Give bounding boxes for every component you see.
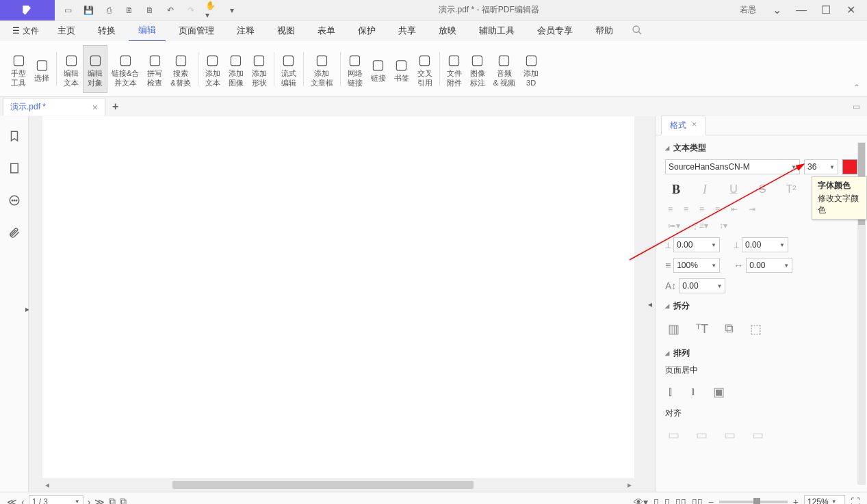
horizontal-scrollbar[interactable]: ◂ ▸ xyxy=(42,479,634,490)
section-text-type[interactable]: ◢ 文本类型 xyxy=(665,142,857,154)
prev-page-button[interactable]: ‹ xyxy=(21,496,25,505)
split-2-icon[interactable]: ᵀT xyxy=(696,321,708,336)
format-tab[interactable]: 格式 × xyxy=(661,116,706,135)
menu-item[interactable]: 帮助 xyxy=(586,21,623,41)
view-mode-icon[interactable]: ⧉ xyxy=(109,496,116,504)
print-icon[interactable]: ⎙ xyxy=(103,4,115,16)
align-right-icon[interactable]: ≡ xyxy=(699,204,704,214)
fullscreen-icon[interactable]: ⛶ xyxy=(851,496,860,505)
zoom-slider[interactable] xyxy=(719,501,788,503)
ribbon-button[interactable]: ▢交叉 引用 xyxy=(413,45,437,93)
font-size-combo[interactable]: 36 ▼ xyxy=(804,159,838,174)
zoom-out-button[interactable]: − xyxy=(708,496,714,505)
layout-1-icon[interactable]: ▯ xyxy=(654,496,659,505)
indent-right-icon[interactable]: ⇥ xyxy=(749,204,755,214)
menu-item[interactable]: 编辑 xyxy=(129,20,166,42)
menu-item[interactable]: 页面管理 xyxy=(169,21,224,41)
list-bullet-icon[interactable]: ≔▾ xyxy=(668,221,680,230)
align-obj-icon[interactable]: ▭ xyxy=(752,427,764,442)
split-1-icon[interactable]: ▥ xyxy=(668,321,680,336)
spacing-after-combo[interactable]: 0.00▼ xyxy=(742,237,788,252)
list-number-icon[interactable]: ⋮≡▾ xyxy=(691,221,708,230)
view-mode2-icon[interactable]: ⧉ xyxy=(120,496,127,504)
italic-button[interactable]: I xyxy=(697,181,713,198)
ribbon-button[interactable]: ▢网络 链接 xyxy=(344,45,367,93)
font-family-combo[interactable]: SourceHanSansCN-M ▼ xyxy=(665,159,800,174)
menu-item[interactable]: 保护 xyxy=(348,21,385,41)
document-tab[interactable]: 演示.pdf * × xyxy=(3,98,105,116)
line-spacing-icon[interactable]: ↕▾ xyxy=(719,221,727,230)
menu-item[interactable]: 共享 xyxy=(389,21,426,41)
menu-item[interactable]: 放映 xyxy=(429,21,466,41)
doc2-icon[interactable]: 🗎 xyxy=(144,4,156,16)
layout-3-icon[interactable]: ▯▯ xyxy=(675,496,686,505)
layout-2-icon[interactable]: ▯ xyxy=(664,496,670,505)
eye-icon[interactable]: 👁▾ xyxy=(634,496,648,505)
baseline-combo[interactable]: 0.00▼ xyxy=(679,278,725,293)
layout-4-icon[interactable]: ▯▯ xyxy=(692,496,703,505)
ribbon-button[interactable]: ▢手型 工具 xyxy=(7,45,30,93)
attachment-icon[interactable] xyxy=(8,226,21,242)
center-h-icon[interactable]: ⫿ xyxy=(668,384,674,399)
strikethrough-button[interactable]: S xyxy=(754,181,771,198)
scroll-thumb[interactable] xyxy=(172,481,474,489)
open-icon[interactable]: ▭ xyxy=(62,4,74,16)
right-collapse-icon[interactable]: ◂ xyxy=(648,116,655,492)
section-split[interactable]: ◢ 拆分 xyxy=(665,300,857,312)
user-name[interactable]: 若愚 xyxy=(740,4,756,16)
align-left-icon[interactable]: ≡ xyxy=(668,204,673,214)
last-page-button[interactable]: ≫ xyxy=(94,496,105,505)
ribbon-button[interactable]: ▢编辑 对象 xyxy=(83,45,107,93)
align-center-icon[interactable]: ≡ xyxy=(684,204,688,214)
ribbon-button[interactable]: ▢选择 xyxy=(30,45,53,93)
pages-icon[interactable] xyxy=(8,162,21,178)
ribbon-button[interactable]: ▢链接&合 并文本 xyxy=(107,45,143,93)
underline-button[interactable]: U xyxy=(725,181,742,198)
vertical-scrollbar[interactable] xyxy=(636,116,647,478)
new-tab-button[interactable]: + xyxy=(112,101,118,113)
align-justify-icon[interactable]: ≡ xyxy=(715,204,720,214)
indent-left-icon[interactable]: ⇤ xyxy=(731,204,738,214)
hand-icon[interactable]: ✋▾ xyxy=(205,4,218,16)
close-button[interactable]: ✕ xyxy=(841,1,860,20)
menu-item[interactable]: 主页 xyxy=(48,21,85,41)
maximize-button[interactable]: ☐ xyxy=(816,1,836,20)
center-v-icon[interactable]: ⫾ xyxy=(690,384,697,399)
align-obj-icon[interactable]: ▭ xyxy=(724,427,736,442)
superscript-button[interactable]: T² xyxy=(783,181,799,198)
menu-item[interactable]: 会员专享 xyxy=(528,21,582,41)
ribbon-button[interactable]: ▢流式 编辑 xyxy=(277,45,300,93)
bookmark-icon[interactable] xyxy=(8,130,21,146)
tab-options-icon[interactable]: ▭ xyxy=(853,102,860,111)
menu-item[interactable]: 辅助工具 xyxy=(469,21,524,41)
search-icon[interactable] xyxy=(632,25,643,38)
ribbon-button[interactable]: ▢搜索 &替换 xyxy=(166,45,194,93)
page-canvas[interactable]: ↻ 免费·快速·安全 xyxy=(42,116,634,478)
menu-item[interactable]: 注释 xyxy=(227,21,264,41)
center-both-icon[interactable]: ▣ xyxy=(713,384,725,399)
ribbon-button[interactable]: ▢添加 文本 xyxy=(201,45,224,93)
app-logo[interactable] xyxy=(0,0,55,21)
ribbon-button[interactable]: ▢添加 形状 xyxy=(248,45,271,93)
minimize-button[interactable]: — xyxy=(792,1,811,20)
ribbon-button[interactable]: ▢拼写 检查 xyxy=(143,45,166,93)
align-obj-icon[interactable]: ▭ xyxy=(696,427,708,442)
undo-icon[interactable]: ↶ xyxy=(164,4,177,16)
ribbon-button[interactable]: ▢编辑 文本 xyxy=(60,45,83,93)
bold-button[interactable]: B xyxy=(668,181,684,198)
ribbon-button[interactable]: ▢添加 3D xyxy=(519,45,543,93)
save-icon[interactable]: 💾 xyxy=(82,4,94,16)
doc-icon[interactable]: 🗎 xyxy=(123,4,135,16)
section-arrange[interactable]: ◢ 排列 xyxy=(665,347,857,359)
align-obj-icon[interactable]: ▭ xyxy=(668,427,680,442)
file-menu[interactable]: ☰ 文件 xyxy=(7,23,44,40)
tab-close-icon[interactable]: × xyxy=(692,120,697,131)
qat-dropdown-icon[interactable]: ▾ xyxy=(226,4,238,16)
menu-item[interactable]: 转换 xyxy=(88,21,125,41)
split-4-icon[interactable]: ⬚ xyxy=(750,321,762,336)
ribbon-button[interactable]: ▢链接 xyxy=(367,45,390,93)
user-dropdown-icon[interactable]: ⌄ xyxy=(767,1,786,20)
ribbon-button[interactable]: ▢添加 文章框 xyxy=(307,45,337,93)
menu-item[interactable]: 表单 xyxy=(308,21,345,41)
ribbon-button[interactable]: ▢添加 图像 xyxy=(224,45,248,93)
